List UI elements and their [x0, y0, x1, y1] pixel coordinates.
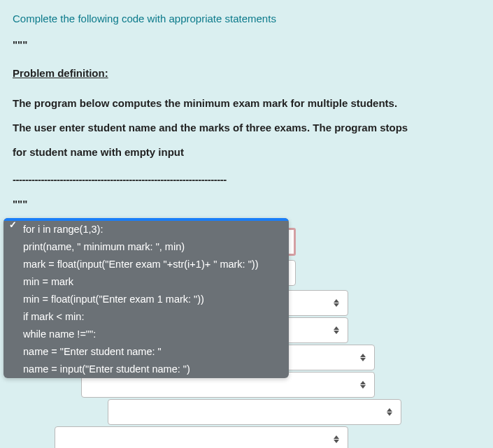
code-slot-8[interactable]	[55, 426, 348, 448]
dropdown-popup: for i in range(1,3): print(name, " minim…	[3, 218, 289, 378]
instruction-header: Complete the following code with appropr…	[0, 0, 493, 31]
problem-definition-heading: Problem definition:	[13, 67, 480, 79]
code-slot-7[interactable]	[108, 399, 401, 425]
dropdown-option[interactable]: mark = float(input("Enter exam "+str(i+1…	[3, 256, 289, 273]
updown-icon	[359, 380, 367, 391]
updown-icon	[359, 352, 367, 363]
updown-icon	[332, 325, 341, 336]
triple-quote-close: """	[13, 198, 480, 210]
problem-para-3: for student name with empty input	[13, 145, 480, 159]
divider-line: ----------------------------------------…	[13, 173, 480, 185]
dropdown-option[interactable]: name = "Enter student name: "	[3, 343, 289, 361]
dropdown-option[interactable]: while name !="":	[3, 326, 289, 343]
dropdown-option[interactable]: for i in range(1,3):	[3, 221, 289, 238]
dropdown-option[interactable]: if mark < min:	[3, 308, 289, 326]
problem-para-2: The user enter student name and the mark…	[13, 120, 480, 135]
dropdown-option[interactable]: name = input("Enter student name: ")	[3, 361, 289, 378]
problem-para-1: The program below computes the minimum e…	[13, 96, 480, 110]
dropdown-option[interactable]: min = mark	[3, 273, 289, 291]
updown-icon	[385, 407, 394, 418]
dropdown-option[interactable]: print(name, " minimum mark: ", min)	[3, 238, 289, 256]
dropdown-option[interactable]: min = float(input("Enter exam 1 mark: ")…	[3, 291, 289, 308]
updown-icon	[332, 434, 341, 445]
updown-icon	[332, 298, 341, 309]
triple-quote-open: """	[13, 38, 480, 50]
